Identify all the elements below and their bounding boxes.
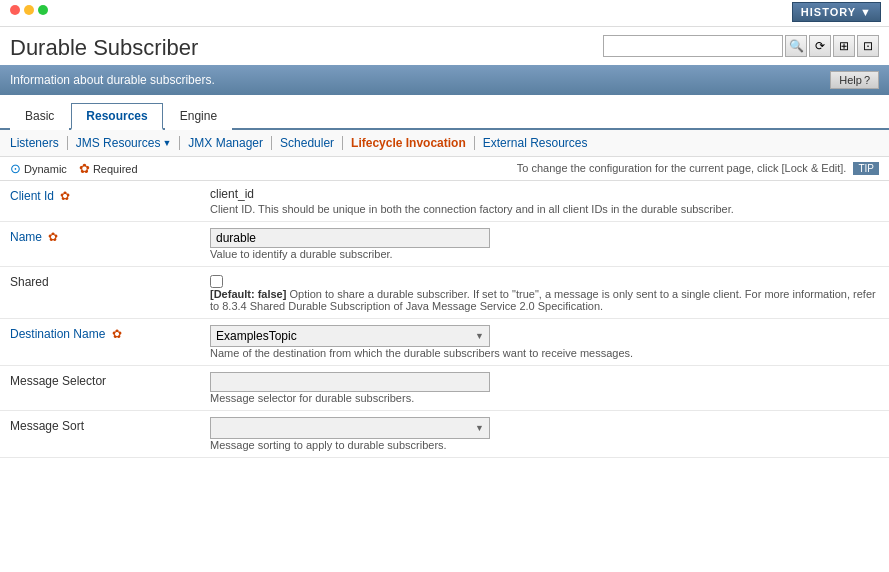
- dynamic-indicator: ⊙ Dynamic: [10, 161, 67, 176]
- message-selector-label: Message Selector: [0, 366, 200, 411]
- refresh-button[interactable]: ⟳: [809, 35, 831, 57]
- destination-name-value-cell: ExamplesTopic Name of the destination fr…: [200, 319, 889, 366]
- main-tabs: Basic Resources Engine: [0, 101, 889, 130]
- search-bar: 🔍 ⟳ ⊞ ⊡: [603, 35, 879, 57]
- client-id-value: client_id: [210, 187, 879, 201]
- history-label: HISTORY: [801, 6, 856, 18]
- window-minimize-dot: [24, 5, 34, 15]
- client-id-desc: Client ID. This should be unique in both…: [210, 203, 879, 215]
- message-sort-row: Message Sort Message sorting to apply to…: [0, 411, 889, 458]
- name-label: Name ✿: [0, 222, 200, 267]
- name-desc: Value to identify a durable subscriber.: [210, 248, 879, 260]
- message-sort-label: Message Sort: [0, 411, 200, 458]
- required-indicator: ✿ Required: [79, 161, 138, 176]
- shared-default-label: [Default: false]: [210, 288, 286, 300]
- destination-name-select-wrapper: ExamplesTopic: [210, 325, 490, 347]
- grid-view-button[interactable]: ⊞: [833, 35, 855, 57]
- subnav-lifecycle-invocation[interactable]: Lifecycle Invocation: [343, 136, 475, 150]
- form-table: Client Id ✿ client_id Client ID. This sh…: [0, 181, 889, 458]
- message-selector-row: Message Selector Message selector for du…: [0, 366, 889, 411]
- list-view-button[interactable]: ⊡: [857, 35, 879, 57]
- tab-engine[interactable]: Engine: [165, 103, 232, 130]
- message-sort-select-wrapper: [210, 417, 490, 439]
- destination-required-star: ✿: [112, 327, 122, 341]
- required-label: Required: [93, 163, 138, 175]
- history-button[interactable]: HISTORY ▼: [792, 2, 881, 22]
- tip-button[interactable]: TIP: [853, 162, 879, 175]
- name-row: Name ✿ Value to identify a durable subsc…: [0, 222, 889, 267]
- subnav-external-resources[interactable]: External Resources: [475, 136, 596, 150]
- message-selector-desc: Message selector for durable subscribers…: [210, 392, 879, 404]
- page-title: Durable Subscriber: [10, 35, 198, 61]
- dynamic-icon: ⊙: [10, 161, 21, 176]
- destination-name-label: Destination Name ✿: [0, 319, 200, 366]
- client-id-value-cell: client_id Client ID. This should be uniq…: [200, 181, 889, 222]
- message-sort-desc: Message sorting to apply to durable subs…: [210, 439, 879, 451]
- dynamic-label: Dynamic: [24, 163, 67, 175]
- subnav-listeners[interactable]: Listeners: [10, 136, 68, 150]
- message-selector-value-cell: Message selector for durable subscribers…: [200, 366, 889, 411]
- message-selector-input[interactable]: [210, 372, 490, 392]
- subnav-scheduler[interactable]: Scheduler: [272, 136, 343, 150]
- destination-name-desc: Name of the destination from which the d…: [210, 347, 879, 359]
- info-message: Information about durable subscribers.: [10, 73, 215, 87]
- message-sort-select[interactable]: [210, 417, 490, 439]
- status-bar: ⊙ Dynamic ✿ Required To change the confi…: [0, 157, 889, 181]
- subnav-jms-resources[interactable]: JMS Resources ▼: [68, 136, 181, 150]
- client-id-row: Client Id ✿ client_id Client ID. This sh…: [0, 181, 889, 222]
- jms-dropdown-icon: ▼: [162, 138, 171, 148]
- shared-desc: [Default: false] Option to share a durab…: [210, 288, 879, 312]
- info-bar: Information about durable subscribers. H…: [0, 65, 889, 95]
- status-tip: To change the configuration for the curr…: [517, 162, 879, 175]
- help-button[interactable]: Help ?: [830, 71, 879, 89]
- name-value-cell: Value to identify a durable subscriber.: [200, 222, 889, 267]
- message-sort-value-cell: Message sorting to apply to durable subs…: [200, 411, 889, 458]
- help-icon: ?: [864, 74, 870, 86]
- tab-resources[interactable]: Resources: [71, 103, 162, 130]
- search-input[interactable]: [603, 35, 783, 57]
- shared-checkbox[interactable]: [210, 275, 223, 288]
- shared-label: Shared: [0, 267, 200, 319]
- required-icon: ✿: [79, 161, 90, 176]
- name-input[interactable]: [210, 228, 490, 248]
- search-button[interactable]: 🔍: [785, 35, 807, 57]
- subnav-jmx-manager[interactable]: JMX Manager: [180, 136, 272, 150]
- window-maximize-dot: [38, 5, 48, 15]
- client-id-required-star: ✿: [60, 189, 70, 203]
- destination-name-row: Destination Name ✿ ExamplesTopic Name of…: [0, 319, 889, 366]
- window-close-dot: [10, 5, 20, 15]
- history-arrow-icon: ▼: [860, 6, 872, 18]
- name-required-star: ✿: [48, 230, 58, 244]
- shared-value-cell: [Default: false] Option to share a durab…: [200, 267, 889, 319]
- sub-nav: Listeners JMS Resources ▼ JMX Manager Sc…: [0, 130, 889, 157]
- destination-name-select[interactable]: ExamplesTopic: [210, 325, 490, 347]
- tab-basic[interactable]: Basic: [10, 103, 69, 130]
- shared-row: Shared [Default: false] Option to share …: [0, 267, 889, 319]
- client-id-label: Client Id ✿: [0, 181, 200, 222]
